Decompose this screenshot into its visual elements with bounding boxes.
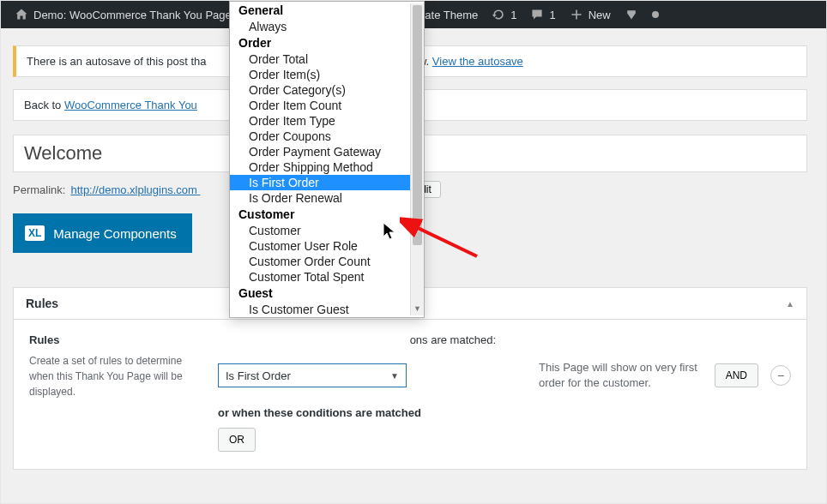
scroll-down-icon[interactable]: ▼ [411,302,424,315]
matched-line: ons are matched: [218,333,791,346]
dropdown-item[interactable]: Customer Order Count [230,254,424,269]
dropdown-item[interactable]: Is Order Renewal [230,190,424,206]
manage-components-label: Manage Components [53,226,176,241]
remove-rule-button[interactable]: − [770,365,791,386]
dropdown-item[interactable]: Is First Order [230,175,424,190]
caret-icon: ▼ [390,371,399,381]
autosave-text-prefix: There is an autosave of this post tha [27,55,207,68]
dropdown-item[interactable]: Customer Total Spent [230,269,424,285]
rule-type-dropdown[interactable]: GeneralAlwaysOrderOrder TotalOrder Item(… [229,1,425,318]
dropdown-item[interactable]: Order Shipping Method [230,159,424,175]
or-heading: or when these conditions are matched [218,406,791,419]
post-title: Welcome [24,142,102,164]
adminbar-yoast[interactable] [618,1,645,28]
yoast-icon [625,8,638,22]
home-icon [15,8,28,22]
new-label: New [589,9,611,21]
dropdown-item[interactable]: Customer User Role [230,238,424,254]
dropdown-scrollbar[interactable]: ▼ [410,3,424,315]
dropdown-group: Order [230,34,424,51]
xl-badge: XL [25,225,45,241]
adminbar-updates[interactable]: 1 [485,1,523,28]
dropdown-item[interactable]: Order Item Type [230,113,424,129]
comment-icon [530,8,544,22]
adminbar-new[interactable]: New [563,1,618,28]
collapse-icon: ▲ [786,299,794,309]
back-link[interactable]: WooCommerce Thank You [64,99,197,111]
dropdown-item[interactable]: Always [230,19,424,34]
circle-icon [652,11,659,18]
dropdown-item[interactable]: Customer [230,223,424,238]
dropdown-item[interactable]: Order Coupons [230,129,424,144]
dropdown-group: Customer [230,206,424,223]
updates-count: 1 [510,9,516,21]
dropdown-group: General [230,2,424,19]
rule-type-select[interactable]: Is First Order ▼ [218,363,407,387]
dropdown-item[interactable]: Order Item(s) [230,67,424,82]
dropdown-item[interactable]: Is Customer Guest [230,302,424,317]
dropdown-item[interactable]: Order Category(s) [230,82,424,98]
view-autosave-link[interactable]: View the autosave [432,55,523,68]
dropdown-item[interactable]: Order Item Count [230,98,424,113]
permalink-label: Permalink: [13,183,65,196]
rule-description: This Page will show on very first order … [419,360,703,391]
rules-side-heading: Rules [29,333,201,346]
dropdown-group: Guest [230,285,424,302]
scroll-thumb[interactable] [413,5,422,245]
rule-type-value: Is First Order [226,369,291,382]
comments-count: 1 [549,9,555,21]
dropdown-item[interactable]: Order Total [230,51,424,67]
rules-main: ons are matched: Is First Order ▼ This P… [218,333,791,452]
or-button[interactable]: OR [218,428,256,452]
rules-side-text: Create a set of rules to determine when … [29,353,201,399]
dropdown-item[interactable]: Order Payment Gateway [230,144,424,159]
adminbar-extra[interactable] [645,1,666,28]
back-prefix: Back to [24,99,64,111]
and-button[interactable]: AND [715,363,758,387]
plus-icon [570,8,583,22]
update-icon [492,8,505,22]
rule-row: Is First Order ▼ This Page will show on … [218,360,791,391]
permalink-url[interactable]: http://demo.xlplugins.com [70,183,200,196]
rules-panel-title: Rules [26,297,58,310]
adminbar-comments[interactable]: 1 [523,1,562,28]
manage-components-button[interactable]: XL Manage Components [13,213,192,253]
rules-side: Rules Create a set of rules to determine… [29,333,201,452]
